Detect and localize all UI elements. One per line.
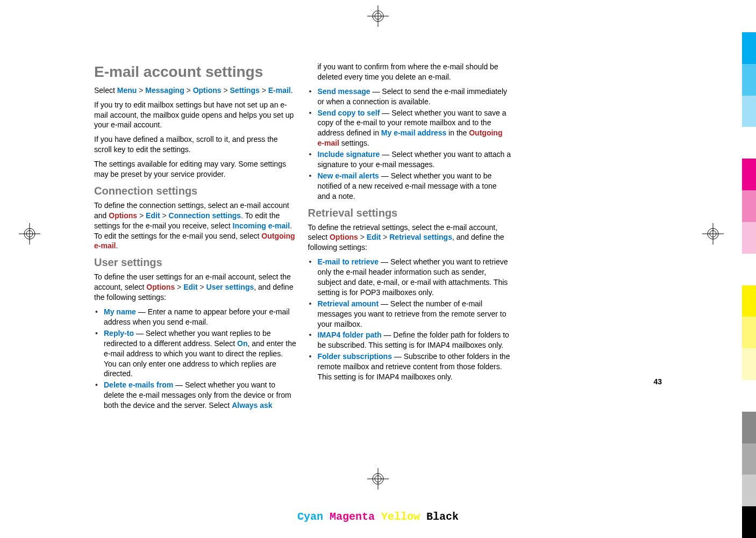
- list-item: Folder subscriptions — Subscribe to othe…: [308, 352, 511, 382]
- retrieval-list: E-mail to retrieve — Select whether you …: [308, 257, 511, 382]
- page-content: E-mail account settings Select Menu > Me…: [94, 62, 511, 406]
- page-number: 43: [653, 377, 662, 386]
- registration-mark-icon: [702, 223, 724, 245]
- right-column: if you want to confirm from where the e-…: [308, 62, 511, 406]
- list-item: E-mail to retrieve — Select whether you …: [308, 257, 511, 298]
- connection-p: To define the connection settings, selec…: [94, 200, 297, 251]
- registration-mark-icon: [19, 223, 40, 245]
- left-column: E-mail account settings Select Menu > Me…: [94, 62, 297, 406]
- user-heading: User settings: [94, 255, 297, 270]
- list-item: New e-mail alerts — Select whether you w…: [308, 171, 511, 202]
- registration-mark-icon: [367, 5, 389, 27]
- intro-p4: The settings available for editing may v…: [94, 159, 297, 180]
- user-intro: To define the user settings for an e-mai…: [94, 272, 297, 303]
- retrieval-intro: To define the retrieval settings, select…: [308, 223, 511, 253]
- connection-heading: Connection settings: [94, 184, 297, 198]
- intro-p2: If you try to edit mailbox settings but …: [94, 100, 297, 131]
- li3-continuation: if you want to confirm from where the e-…: [308, 62, 511, 82]
- list-item: Reply-to — Select whether you want repli…: [94, 328, 297, 379]
- list-item: Delete e-mails from — Select whether you…: [94, 380, 297, 411]
- list-item: Send message — Select to send the e-mail…: [308, 87, 511, 107]
- user-list-cont: Send message — Select to send the e-mail…: [308, 87, 511, 202]
- cmyk-label: Cyan Magenta Yellow Black: [297, 511, 459, 523]
- list-item: Retrieval amount — Select the number of …: [308, 299, 511, 329]
- registration-mark-icon: [367, 468, 389, 490]
- user-list: My name — Enter a name to appear before …: [94, 307, 297, 411]
- list-item: Send copy to self — Select whether you w…: [308, 108, 511, 149]
- intro-p3: If you have defined a mailbox, scroll to…: [94, 134, 297, 155]
- intro-select: Select Menu > Messaging > Options > Sett…: [94, 85, 297, 96]
- list-item: Include signature — Select whether you w…: [308, 149, 511, 170]
- list-item: IMAP4 folder path — Define the folder pa…: [308, 330, 511, 350]
- list-item: My name — Enter a name to appear before …: [94, 307, 297, 327]
- retrieval-heading: Retrieval settings: [308, 206, 511, 220]
- page-title: E-mail account settings: [94, 62, 297, 82]
- color-calibration-strip: [742, 32, 756, 538]
